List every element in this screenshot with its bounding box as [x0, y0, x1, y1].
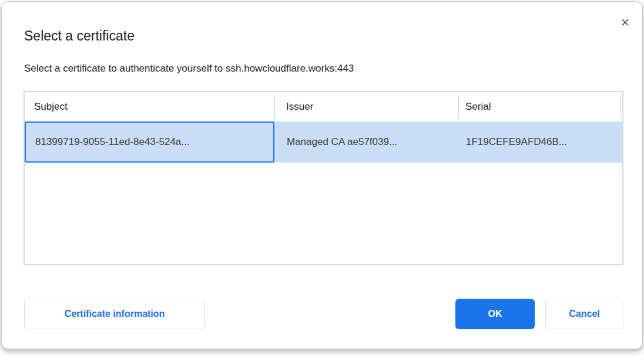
column-header-serial: Serial — [458, 92, 620, 121]
column-header-issuer: Issuer — [274, 92, 458, 121]
certificate-table: Subject Issuer Serial 81399719-9055-11ed… — [24, 91, 623, 265]
certificate-information-button[interactable]: Certificate information — [24, 299, 205, 329]
cancel-button[interactable]: Cancel — [545, 299, 623, 329]
close-icon[interactable]: ✕ — [616, 13, 634, 31]
column-header-subject: Subject — [25, 92, 274, 121]
certificate-table-header: Subject Issuer Serial — [25, 92, 622, 121]
dialog-title: Select a certificate — [24, 28, 135, 44]
certificate-serial-cell: 1F19CEFE9AFD46B... — [458, 121, 622, 163]
certificate-subject-cell: 81399719-9055-11ed-8e43-524a... — [25, 121, 274, 163]
dialog-subtitle: Select a certificate to authenticate you… — [24, 63, 354, 75]
certificate-select-dialog: ✕ Select a certificate Select a certific… — [1, 1, 643, 349]
certificate-issuer-cell: Managed CA ae57f039... — [274, 121, 458, 163]
ok-button[interactable]: OK — [455, 299, 535, 329]
certificate-row-selected[interactable]: 81399719-9055-11ed-8e43-524a... Managed … — [25, 121, 622, 163]
column-header-gutter — [620, 92, 622, 121]
